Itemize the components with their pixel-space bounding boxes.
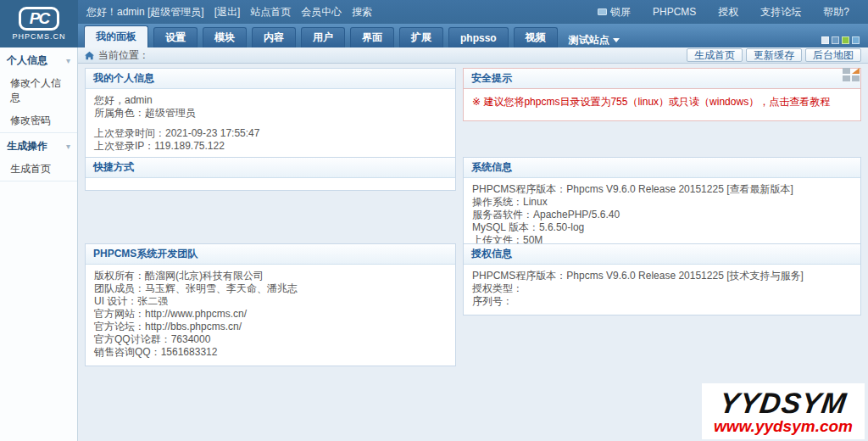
panel-title: 快捷方式 (86, 158, 455, 178)
panel-body: PHPCMS程序版本：Phpcms V9.6.0 Release 2015122… (464, 265, 860, 315)
team-copyright: 版权所有：酷溜网(北京)科技有限公司 (94, 270, 447, 282)
logout-link[interactable]: [退出] (214, 5, 241, 20)
sidebar: 个人信息 ▾ 修改个人信息 修改密码 生成操作 ▾ 生成首页 (0, 47, 78, 441)
breadcrumb-bar: 当前位置： 生成首页 更新缓存 后台地图 (78, 47, 868, 64)
lock-screen-link[interactable]: 锁屏 (598, 5, 631, 20)
panel-title: 安全提示 (464, 69, 860, 89)
license-serial: 序列号： (472, 295, 852, 308)
sidebar-item-generate-home[interactable]: 生成首页 (0, 158, 77, 181)
panel-grid: 我的个人信息 您好，admin 所属角色：超级管理员 上次登录时间：2021-0… (85, 68, 861, 366)
panel-body: 您好，admin 所属角色：超级管理员 上次登录时间：2021-09-23 17… (86, 89, 455, 159)
license-version[interactable]: PHPCMS程序版本：Phpcms V9.6.0 Release 2015122… (472, 270, 852, 282)
panel-title: 授权信息 (464, 244, 860, 265)
tab-video[interactable]: 视频 (514, 27, 558, 47)
tab-users[interactable]: 用户 (301, 27, 345, 47)
tab-interface[interactable]: 界面 (350, 27, 394, 47)
team-qq-group: 官方QQ讨论群：7634000 (94, 333, 447, 346)
search-link[interactable]: 搜索 (352, 5, 372, 20)
team-ui-designer: UI 设计：张二强 (94, 295, 447, 308)
skin-swatch-blue[interactable] (832, 36, 839, 44)
panel-license-info: 授权信息 PHPCMS程序版本：Phpcms V9.6.0 Release 20… (463, 243, 861, 315)
tab-extensions[interactable]: 扩展 (399, 27, 443, 47)
profile-role: 所属角色：超级管理员 (94, 107, 447, 120)
watermark-title: YYDSYM (712, 388, 855, 417)
monitor-icon (598, 8, 607, 15)
site-selector[interactable]: 测试站点 (560, 33, 628, 47)
sidebar-header-generate[interactable]: 生成操作 ▾ (0, 133, 77, 158)
phpcms-link[interactable]: PHPCMS (653, 6, 696, 18)
security-warning[interactable]: ※ 建议您将phpcms目录设置为755（linux）或只读（windows），… (472, 96, 852, 109)
skin-swatch-green[interactable] (842, 36, 849, 44)
topbar: 您好！admin [超级管理员] [退出] 站点首页 会员中心 搜索 锁屏 PH… (78, 0, 868, 24)
skin-swatch-sky[interactable] (852, 36, 860, 44)
team-official-forum[interactable]: 官方论坛：http://bbs.phpcms.cn/ (94, 321, 447, 333)
collapse-arrow-icon: ▾ (66, 56, 70, 65)
breadcrumb: 当前位置： (98, 48, 149, 63)
tab-phpsso[interactable]: phpsso (448, 27, 509, 47)
panel-shortcuts: 快捷方式 (85, 157, 456, 191)
chevron-down-icon (613, 38, 620, 42)
widgets-icon[interactable] (843, 68, 861, 83)
profile-last-login-ip: 上次登录IP：119.189.75.122 (94, 140, 447, 153)
skin-switcher (821, 36, 865, 47)
tab-dashboard[interactable]: 我的面板 (84, 25, 148, 47)
generate-home-button[interactable]: 生成首页 (687, 48, 743, 62)
sidebar-item-change-password[interactable]: 修改密码 (0, 109, 77, 132)
tab-content[interactable]: 内容 (252, 27, 296, 47)
help-link[interactable]: 帮助? (823, 5, 849, 20)
team-sales-qq: 销售咨询QQ：1561683312 (94, 346, 447, 359)
spacer (94, 120, 447, 127)
collapse-arrow-icon: ▾ (66, 142, 70, 151)
update-cache-button[interactable]: 更新缓存 (746, 48, 802, 62)
system-os: 操作系统：Linux (472, 196, 852, 209)
panel-security: 安全提示 ※ 建议您将phpcms目录设置为755（linux）或只读（wind… (463, 68, 861, 121)
profile-last-login-time: 上次登录时间：2021-09-23 17:55:47 (94, 127, 447, 140)
sidebar-header-personal[interactable]: 个人信息 ▾ (0, 47, 77, 72)
system-server-software: 服务器软件：ApachePHP/5.6.40 (472, 209, 852, 221)
team-members: 团队成员：马玉辉、张明雪、李天命、潘兆志 (94, 282, 447, 295)
logo-text: PHPCMS.CN (12, 32, 65, 41)
panel-body: 版权所有：酷溜网(北京)科技有限公司 团队成员：马玉辉、张明雪、李天命、潘兆志 … (86, 265, 455, 366)
support-forum-link[interactable]: 支持论坛 (760, 5, 801, 20)
system-mysql-version: MySQL 版本：5.6.50-log (472, 221, 852, 234)
panel-body: PHPCMS程序版本：Phpcms V9.6.0 Release 2015122… (464, 178, 860, 254)
watermark: YYDSYM www.yydsym.com (702, 383, 865, 439)
sidebar-section-generate: 生成操作 ▾ 生成首页 (0, 133, 77, 181)
sidebar-section-personal: 个人信息 ▾ 修改个人信息 修改密码 (0, 47, 77, 133)
license-link[interactable]: 授权 (718, 5, 738, 20)
license-type: 授权类型： (472, 282, 852, 295)
skin-swatch-light[interactable] (821, 36, 829, 44)
panel-title: 我的个人信息 (86, 69, 455, 89)
admin-map-button[interactable]: 后台地图 (805, 48, 861, 62)
panel-profile: 我的个人信息 您好，admin 所属角色：超级管理员 上次登录时间：2021-0… (85, 68, 456, 160)
team-official-site[interactable]: 官方网站：http://www.phpcms.cn/ (94, 308, 447, 321)
profile-greeting: 您好，admin (94, 94, 447, 107)
panel-system-info: 系统信息 PHPCMS程序版本：Phpcms V9.6.0 Release 20… (463, 157, 861, 254)
site-home-link[interactable]: 站点首页 (250, 5, 291, 20)
logo-icon: PC (19, 7, 59, 31)
watermark-url: www.yydsym.com (714, 417, 853, 436)
logo: PC PHPCMS.CN (0, 0, 78, 47)
panel-title: PHPCMS系统开发团队 (86, 244, 455, 265)
panel-body: ※ 建议您将phpcms目录设置为755（linux）或只读（windows），… (464, 89, 860, 120)
system-version[interactable]: PHPCMS程序版本：Phpcms V9.6.0 Release 2015122… (472, 183, 852, 196)
tab-modules[interactable]: 模块 (203, 27, 247, 47)
panel-body (86, 178, 455, 190)
member-center-link[interactable]: 会员中心 (301, 5, 342, 20)
header: PC PHPCMS.CN 您好！admin [超级管理员] [退出] 站点首页 … (0, 0, 868, 47)
main-nav: 我的面板 设置 模块 内容 用户 界面 扩展 phpsso 视频 测试站点 (78, 24, 868, 47)
home-icon[interactable] (85, 51, 94, 60)
panel-title: 系统信息 (464, 158, 860, 178)
panel-dev-team: PHPCMS系统开发团队 版权所有：酷溜网(北京)科技有限公司 团队成员：马玉辉… (85, 243, 456, 366)
sidebar-item-edit-profile[interactable]: 修改个人信息 (0, 72, 77, 109)
user-greeting: 您好！admin [超级管理员] (86, 5, 204, 20)
tab-settings[interactable]: 设置 (153, 27, 198, 47)
